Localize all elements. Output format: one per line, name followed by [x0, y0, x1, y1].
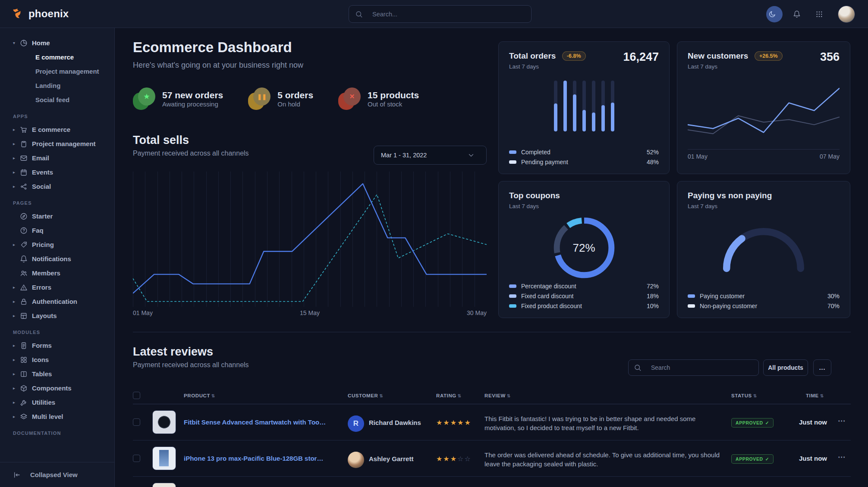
date-range-select[interactable]: Mar 1 - 31, 2022	[374, 146, 487, 165]
reviews-more-button[interactable]: ...	[813, 359, 831, 376]
sort-icon: ⇅	[507, 393, 511, 398]
sidebar-item-landing[interactable]: Landing	[0, 78, 114, 93]
sidebar-item-errors[interactable]: ▸ Errors	[0, 280, 114, 294]
layers-icon	[20, 413, 32, 421]
customer-name: Ashley Garrett	[369, 455, 413, 462]
sidebar-item-email[interactable]: ▸ Email	[0, 151, 114, 165]
sidebar-item-components[interactable]: ▸ Components	[0, 381, 114, 395]
app-launcher-button[interactable]	[815, 10, 827, 18]
chevron-right-icon: ▸	[13, 285, 20, 290]
new-customers-line-chart	[688, 85, 840, 150]
sidebar-item-tables[interactable]: ▸ Tables	[0, 367, 114, 381]
top-navbar: phoenix	[0, 0, 868, 28]
total-sells-title: Total sells	[133, 134, 249, 147]
review-text: This Fitbit is fantastic! I was trying t…	[484, 414, 726, 432]
theme-toggle-button[interactable]	[766, 6, 783, 22]
chevron-right-icon: ▸	[13, 386, 20, 390]
row-checkbox[interactable]	[133, 418, 140, 426]
section-label-apps: APPS	[13, 114, 114, 119]
rating-stars: ★★★☆☆	[436, 455, 472, 463]
sidebar-item-authentication[interactable]: ▸ Authentication	[0, 294, 114, 309]
brand-logo[interactable]: phoenix	[0, 7, 69, 20]
product-thumbnail[interactable]	[152, 410, 176, 434]
legend-percentage-discount: Percentage discount 72%	[509, 281, 659, 291]
section-divider	[133, 332, 851, 332]
chevron-right-icon: ▸	[13, 371, 20, 376]
column-header-customer[interactable]: CUSTOMER⇅	[348, 393, 383, 398]
column-header-product[interactable]: PRODUCT⇅	[184, 393, 215, 398]
sidebar-item-notifications[interactable]: Notifications	[0, 252, 114, 266]
sidebar-item-members[interactable]: Members	[0, 266, 114, 280]
customer-avatar[interactable]	[348, 452, 364, 468]
all-products-filter-button[interactable]: All products	[763, 359, 808, 376]
page-title: Ecommerce Dashboard	[133, 39, 292, 56]
paying-vs-nonpaying-card: Paying vs non paying Last 7 days Paying …	[677, 181, 850, 318]
sidebar-item-pricing[interactable]: ▸ Pricing	[0, 237, 114, 252]
sidebar-item-ecommerce-dashboard[interactable]: E commerce	[0, 50, 114, 64]
sidebar-item-icons[interactable]: ▸ Icons	[0, 353, 114, 367]
sort-icon: ⇅	[211, 393, 215, 398]
total-sells-subtitle: Payment received across all channels	[133, 150, 249, 157]
sidebar-item-project-management-app[interactable]: ▸ Project management	[0, 137, 114, 151]
question-circle-icon	[20, 227, 32, 234]
column-header-time[interactable]: TIME⇅	[806, 393, 824, 398]
row-menu-button[interactable]: ⋯	[838, 416, 846, 425]
chevron-right-icon: ▸	[13, 299, 20, 304]
chevron-right-icon: ▸	[13, 357, 20, 362]
collapse-sidebar-button[interactable]: Collapsed View	[0, 462, 114, 487]
tag-icon	[20, 241, 32, 249]
pie-chart-icon	[20, 39, 32, 47]
sidebar-item-starter[interactable]: Starter	[0, 209, 114, 223]
sidebar-item-forms[interactable]: ▸ Forms	[0, 338, 114, 353]
product-thumbnail[interactable]	[152, 483, 176, 487]
sidebar-item-utilities[interactable]: ▸ Utilities	[0, 395, 114, 409]
legend-paying-customer: Paying customer 30%	[688, 291, 840, 301]
global-search[interactable]	[349, 5, 531, 23]
sidebar-item-faq[interactable]: Faq	[0, 223, 114, 237]
sidebar-item-ecommerce-app[interactable]: ▸ E commerce	[0, 122, 114, 137]
rating-stars: ★★★★★	[436, 418, 472, 427]
latest-reviews-title: Latest reviews	[133, 345, 249, 359]
customer-avatar[interactable]: R	[348, 415, 364, 432]
product-thumbnail[interactable]	[152, 446, 176, 470]
chevron-down-icon	[467, 151, 479, 159]
reviews-search[interactable]	[628, 359, 759, 376]
notifications-button[interactable]	[793, 10, 805, 18]
total-orders-card: Total orders -6.8% Last 7 days 16,247 Co…	[498, 41, 670, 174]
reviews-search-input[interactable]	[650, 364, 753, 371]
orders-bar-chart	[509, 80, 659, 131]
sidebar-item-multi-level[interactable]: ▸ Multi level	[0, 409, 114, 424]
legend-nonpaying-customer: Non-paying customer 70%	[688, 301, 840, 311]
card-title: New customers	[688, 51, 748, 60]
reviews-table: PRODUCT⇅ CUSTOMER⇅ RATING⇅ REVIEW⇅ STATU…	[133, 389, 851, 487]
column-header-rating[interactable]: RATING⇅	[436, 393, 462, 398]
sidebar-item-home[interactable]: ▾ Home	[0, 36, 114, 50]
section-label-pages: PAGES	[13, 200, 114, 206]
row-menu-button[interactable]: ⋯	[838, 453, 846, 462]
section-label-documentation: DOCUMENTATION	[13, 431, 114, 436]
chevron-right-icon: ▸	[13, 313, 20, 318]
user-avatar[interactable]	[838, 6, 855, 23]
global-search-input[interactable]	[371, 10, 525, 18]
product-link[interactable]: iPhone 13 pro max-Pacific Blue-128GB sto…	[184, 455, 326, 462]
new-customers-x-axis: 01 May 07 May	[688, 153, 840, 160]
column-header-review[interactable]: REVIEW⇅	[484, 393, 511, 398]
stat-out-of-stock: ✕ 15 products Out of stock	[338, 87, 419, 110]
calendar-icon	[20, 169, 32, 176]
sidebar-item-events[interactable]: ▸ Events	[0, 165, 114, 179]
sidebar-item-social-feed[interactable]: Social feed	[0, 93, 114, 107]
chevron-right-icon: ▸	[13, 343, 20, 348]
warning-triangle-icon	[20, 284, 32, 291]
review-time: Just now	[799, 455, 827, 462]
column-header-status[interactable]: STATUS⇅	[731, 393, 757, 398]
phoenix-logo-icon	[11, 7, 24, 20]
row-checkbox[interactable]	[133, 455, 140, 462]
product-link[interactable]: Fitbit Sense Advanced Smartwatch with To…	[184, 418, 326, 426]
sidebar-item-project-management-dashboard[interactable]: Project management	[0, 64, 114, 78]
search-icon	[355, 10, 367, 18]
sidebar-item-social[interactable]: ▸ Social	[0, 179, 114, 194]
select-all-checkbox[interactable]	[133, 392, 140, 399]
status-badge: APPROVED✓	[731, 418, 774, 428]
sidebar-item-layouts[interactable]: ▸ Layouts	[0, 309, 114, 323]
legend-fixed-product-discount: Fixed product discount 10%	[509, 301, 659, 311]
